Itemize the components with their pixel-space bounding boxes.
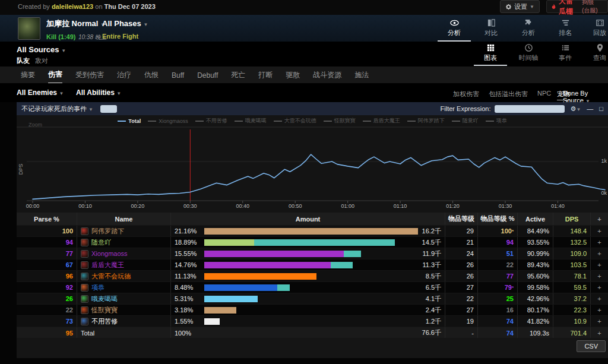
item-level: 27 — [445, 305, 478, 315]
expand-row-button[interactable]: + — [591, 271, 608, 281]
header-c-parse[interactable]: Parse % — [17, 213, 77, 225]
player-name-cell[interactable]: 阿伟罗踏下 — [77, 226, 171, 236]
parse-value[interactable]: 77 — [17, 248, 77, 259]
maximize-icon[interactable]: □ — [599, 105, 603, 112]
nav-回放[interactable]: 回放 — [581, 18, 608, 37]
table-row: 100阿伟罗踏下21.16%16.2千29100*84.49%148.4+ — [17, 226, 608, 237]
view-时间轴[interactable]: 时间轴 — [509, 43, 547, 62]
chart-plot[interactable] — [17, 124, 608, 213]
parse-value[interactable]: 96 — [17, 271, 77, 281]
settings-button[interactable]: 设置 ▼ — [500, 0, 540, 13]
player-name-cell[interactable]: 不用苦修 — [77, 316, 171, 327]
item-level-parse[interactable]: 51 — [478, 248, 518, 259]
all-abilities-dropdown[interactable]: All Abilities ▼ — [76, 88, 121, 97]
option-NPC[interactable]: NPC — [537, 90, 551, 97]
item-level-parse[interactable]: 79* — [478, 282, 518, 293]
guild-banner[interactable]: 大雷瓜棚 捣狼 (台服) — [546, 0, 608, 13]
player-name-cell[interactable]: Xiongmaoss — [77, 248, 171, 259]
expand-row-button[interactable]: + — [591, 282, 608, 293]
expand-row-button[interactable]: + — [591, 248, 608, 259]
view-图表[interactable]: 图表 — [471, 43, 509, 66]
item-level-parse[interactable]: 22 — [478, 259, 518, 270]
header-c-ilvl[interactable]: 物品等级 — [445, 213, 478, 225]
player-name-cell[interactable]: 盾盾大魔王 — [77, 259, 171, 270]
item-level-parse[interactable]: 74 — [478, 316, 518, 327]
expand-row-button[interactable]: + — [591, 305, 608, 315]
tab-受到伤害[interactable]: 受到伤害 — [75, 67, 104, 83]
tab-Buff[interactable]: Buff — [172, 68, 184, 83]
player-name-cell[interactable]: 大雷不会玩德 — [77, 271, 171, 281]
option-加权伤害[interactable]: 加权伤害 — [453, 90, 479, 99]
class-icon — [81, 250, 88, 258]
parse-value[interactable]: 92 — [17, 282, 77, 293]
death-events-dropdown[interactable]: 不记录玩家死后的事件 ▼ — [21, 105, 93, 113]
parse-value[interactable]: 95 — [17, 327, 77, 338]
parse-value[interactable]: 94 — [17, 237, 77, 248]
player-name-cell[interactable]: 项恭 — [77, 282, 171, 293]
expand-row-button[interactable]: + — [591, 259, 608, 270]
header-c-amount[interactable]: Amount — [171, 213, 445, 225]
view-查询[interactable]: 查询 — [581, 43, 608, 62]
item-level-parse[interactable]: 74 — [478, 327, 518, 338]
enemies-toggle[interactable]: 敌对 — [35, 57, 48, 64]
tab-战斗资源[interactable]: 战斗资源 — [313, 67, 341, 83]
all-enemies-dropdown[interactable]: All Enemies ▼ — [17, 88, 64, 97]
friendlies-toggle[interactable]: 队友 — [17, 57, 30, 64]
parse-value[interactable]: 22 — [17, 305, 77, 315]
parse-value[interactable]: 73 — [17, 316, 77, 327]
expand-row-button[interactable]: + — [591, 316, 608, 327]
expand-row-button[interactable]: + — [591, 327, 608, 338]
item-level-parse[interactable]: 77 — [478, 271, 518, 281]
tab-打断[interactable]: 打断 — [258, 67, 273, 83]
expand-row-button[interactable]: + — [591, 293, 608, 304]
item-level-parse[interactable]: 25 — [478, 293, 518, 304]
parse-value[interactable]: 26 — [17, 293, 77, 304]
table-row-total: 95Total100%76.6千-74109.3s701.4+ — [17, 327, 608, 339]
csv-export-button[interactable]: CSV — [577, 340, 606, 352]
amount-value: 8.5千 — [426, 272, 441, 281]
player-name-cell[interactable]: 随意吖 — [77, 237, 171, 248]
death-events-toggle[interactable] — [100, 105, 117, 113]
chart-settings-gear[interactable]: ⚙▼ — [571, 105, 581, 113]
expand-row-button[interactable]: + — [591, 237, 608, 248]
nav-排名[interactable]: 排名 — [546, 18, 584, 37]
author-link[interactable]: daleileiwa123 — [52, 3, 93, 10]
minimize-icon[interactable]: — — [587, 105, 593, 112]
player-name-cell[interactable]: Total — [77, 327, 171, 338]
player-name: 怪獸寶寶 — [91, 306, 118, 315]
nav-分析[interactable]: 分析 — [435, 18, 473, 42]
view-事件[interactable]: 事件 — [546, 43, 584, 62]
death-events-label: 不记录玩家死后的事件 — [21, 105, 87, 112]
boss-title-dropdown[interactable]: 加摩拉 Normal ▼ — [46, 19, 105, 28]
expand-row-button[interactable]: + — [591, 226, 608, 236]
amount-value: 11.9千 — [422, 249, 441, 258]
nav-分析[interactable]: 分析 — [509, 18, 547, 37]
tab-死亡[interactable]: 死亡 — [231, 67, 245, 83]
header-c-ilvlp[interactable]: 物品等级 % — [478, 213, 518, 225]
player-name-cell[interactable]: 哦麦噶噶 — [77, 293, 171, 304]
sources-dropdown[interactable]: All Sources ▼ — [17, 45, 66, 54]
header-c-plus[interactable]: + — [591, 213, 608, 225]
parse-value[interactable]: 100 — [17, 226, 77, 236]
item-level-parse[interactable]: 100* — [478, 226, 518, 236]
header-c-active[interactable]: Active — [518, 213, 553, 225]
tab-仇恨[interactable]: 仇恨 — [144, 67, 159, 83]
tab-施法[interactable]: 施法 — [354, 67, 369, 83]
phase-dropdown[interactable]: All Phases ▼ — [102, 19, 148, 28]
tab-摘要[interactable]: 摘要 — [21, 67, 35, 83]
nav-对比[interactable]: 对比 — [472, 18, 510, 37]
tab-伤害[interactable]: 伤害 — [48, 66, 62, 84]
header-c-name[interactable]: Name — [77, 213, 171, 225]
item-level-parse[interactable]: 16 — [478, 305, 518, 315]
tab-治疗[interactable]: 治疗 — [117, 67, 131, 83]
player-name-cell[interactable]: 怪獸寶寶 — [77, 305, 171, 315]
header-c-dps[interactable]: DPS — [553, 213, 591, 225]
tab-驱散[interactable]: 驱散 — [286, 67, 300, 83]
item-level-parse[interactable]: 94 — [478, 237, 518, 248]
filter-expression-input[interactable] — [495, 105, 565, 113]
option-包括溢出伤害[interactable]: 包括溢出伤害 — [489, 90, 528, 99]
parse-value[interactable]: 67 — [17, 259, 77, 270]
tab-Debuff[interactable]: Debuff — [197, 68, 218, 83]
damage-table: Parse %NameAmount物品等级物品等级 %ActiveDPS+100… — [17, 213, 608, 339]
boss-icon[interactable] — [18, 17, 40, 40]
